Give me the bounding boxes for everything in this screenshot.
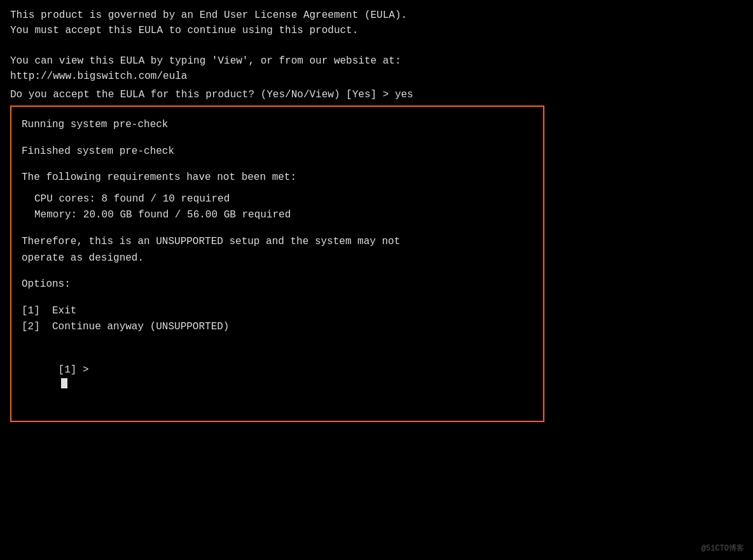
unsupported-line-1: Therefore, this is an UNSUPPORTED setup … (22, 234, 533, 250)
eula-line-3: You can view this EULA by typing 'View',… (10, 53, 743, 69)
options-label: Options: (22, 277, 533, 293)
input-prompt-line[interactable]: [1] > (22, 346, 533, 411)
top-section: This product is governed by an End User … (10, 8, 743, 84)
cursor (61, 378, 67, 388)
option-continue: [2] Continue anyway (UNSUPPORTED) (22, 319, 533, 336)
memory-line: Memory: 20.00 GB found / 56.00 GB requir… (22, 207, 533, 224)
eula-prompt: Do you accept the EULA for this product?… (10, 89, 743, 100)
watermark: @51CTO博客 (701, 543, 744, 554)
requirements-header: The following requirements have not been… (22, 170, 533, 186)
option-exit: [1] Exit (22, 303, 533, 320)
system-check-box: Running system pre-check Finished system… (10, 106, 544, 422)
unsupported-line-2: operate as designed. (22, 250, 533, 267)
terminal-window: This product is governed by an End User … (0, 0, 753, 560)
pre-check-running: Running system pre-check (22, 117, 533, 133)
eula-line-1: This product is governed by an End User … (10, 8, 743, 23)
cpu-cores-line: CPU cores: 8 found / 10 required (22, 191, 533, 208)
pre-check-finished: Finished system pre-check (22, 144, 533, 160)
eula-url: http://www.bigswitch.com/eula (10, 69, 743, 84)
input-prompt-text: [1] > (59, 364, 89, 376)
eula-spacer-1 (10, 38, 743, 53)
eula-line-2: You must accept this EULA to continue us… (10, 23, 743, 38)
